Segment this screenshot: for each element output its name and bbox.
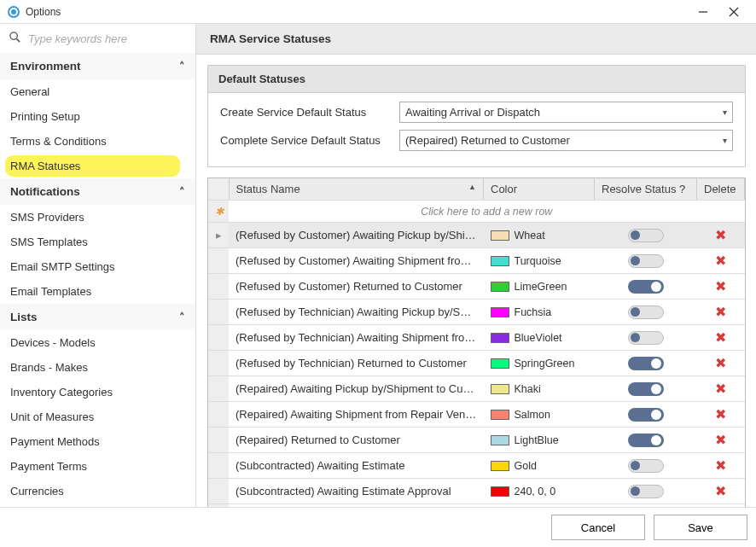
color-swatch[interactable] — [491, 384, 509, 394]
sidebar-item[interactable]: General — [0, 79, 195, 104]
resolve-toggle[interactable] — [628, 382, 664, 396]
sidebar-item[interactable]: Payment Methods — [0, 429, 195, 454]
grid-header-row: Status Name▲ Color Resolve Status ? Dele… — [208, 178, 745, 201]
status-grid: Status Name▲ Color Resolve Status ? Dele… — [207, 177, 746, 507]
table-row[interactable]: (Refused by Customer) Returned to Custom… — [208, 274, 745, 300]
delete-icon[interactable]: ✖ — [715, 356, 726, 370]
table-row[interactable]: (Repaired) Returned to Customer LightBlu… — [208, 428, 745, 453]
table-row[interactable]: (Refused by Technician) Awaiting Shipmen… — [208, 325, 745, 351]
color-swatch[interactable] — [491, 358, 509, 369]
resolve-column-header[interactable]: Resolve Status ? — [595, 178, 697, 201]
sidebar-item[interactable]: Unit of Measures — [0, 404, 195, 429]
color-column-header[interactable]: Color — [484, 178, 595, 201]
resolve-toggle[interactable] — [628, 459, 664, 473]
status-name-cell: (Repaired) Returned to Customer — [236, 434, 477, 446]
search-input[interactable] — [28, 32, 187, 45]
new-row-indicator-icon: ✱ — [208, 201, 229, 223]
color-swatch[interactable] — [491, 486, 509, 497]
sidebar-item[interactable]: Printing Setup — [0, 104, 195, 129]
color-name: LightBlue — [515, 434, 559, 446]
delete-column-header[interactable]: Delete — [697, 178, 745, 201]
color-name: Salmon — [515, 409, 550, 421]
row-indicator-icon — [208, 376, 229, 402]
resolve-toggle[interactable] — [628, 254, 664, 268]
delete-icon[interactable]: ✖ — [715, 407, 726, 422]
chevron-up-icon: ˄ — [179, 185, 185, 198]
table-row[interactable]: (Subcontracted) Awaiting Estimate Approv… — [208, 479, 745, 504]
default-statuses-group: Default Statuses Create Service Default … — [207, 65, 746, 167]
sidebar-item[interactable]: Email Templates — [0, 279, 195, 304]
sidebar-item[interactable]: Payment Terms — [0, 454, 195, 479]
delete-icon[interactable]: ✖ — [715, 381, 726, 396]
row-indicator-icon — [208, 325, 229, 351]
row-indicator-icon — [208, 479, 229, 504]
sidebar-item[interactable]: Terms & Conditions — [0, 129, 195, 154]
sidebar-item[interactable]: RMA Statuses — [0, 154, 195, 178]
sidebar: Environment˄GeneralPrinting SetupTerms &… — [0, 24, 196, 507]
delete-icon[interactable]: ✖ — [715, 305, 726, 319]
color-swatch[interactable] — [491, 410, 509, 420]
sidebar-item[interactable]: Inventory Categories — [0, 380, 195, 404]
table-row[interactable]: (Refused by Technician) Returned to Cust… — [208, 351, 745, 376]
sidebar-item[interactable]: SMS Providers — [0, 205, 195, 230]
complete-default-select[interactable]: (Repaired) Returned to Customer▾ — [399, 130, 733, 151]
create-default-label: Create Service Default Status — [220, 106, 391, 119]
cancel-button[interactable]: Cancel — [551, 515, 645, 540]
table-row[interactable]: (Refused by Customer) Awaiting Shipment … — [208, 248, 745, 274]
row-indicator-icon — [208, 274, 229, 300]
color-name: LimeGreen — [515, 281, 567, 293]
delete-icon[interactable]: ✖ — [715, 279, 726, 294]
resolve-toggle[interactable] — [628, 306, 664, 319]
status-name-column-header[interactable]: Status Name▲ — [229, 178, 484, 201]
resolve-toggle[interactable] — [628, 280, 664, 294]
table-row[interactable]: (Repaired) Awaiting Shipment from Repair… — [208, 402, 745, 428]
sidebar-group-header[interactable]: Environment˄ — [0, 53, 195, 79]
close-button[interactable] — [718, 2, 749, 22]
sidebar-item[interactable]: Devices - Models — [0, 330, 195, 355]
status-name-cell: (Repaired) Awaiting Pickup by/Shipment t… — [236, 382, 477, 395]
table-row[interactable]: (Refused by Technician) Awaiting Pickup … — [208, 300, 745, 325]
minimize-button[interactable] — [688, 2, 718, 22]
color-swatch[interactable] — [491, 333, 509, 343]
table-row[interactable]: ▸ (Refused by Customer) Awaiting Pickup … — [208, 223, 745, 248]
sidebar-item[interactable]: Email SMTP Settings — [0, 254, 195, 279]
table-row[interactable]: (Repaired) Awaiting Pickup by/Shipment t… — [208, 376, 745, 402]
color-name: Wheat — [515, 230, 545, 241]
page-title: RMA Service Statuses — [196, 24, 756, 55]
delete-icon[interactable]: ✖ — [715, 458, 726, 473]
delete-icon[interactable]: ✖ — [715, 433, 726, 447]
row-indicator-icon — [208, 428, 229, 453]
sidebar-group-header[interactable]: Notifications˄ — [0, 178, 195, 205]
delete-icon[interactable]: ✖ — [715, 253, 726, 268]
color-swatch[interactable] — [491, 230, 509, 241]
create-default-select[interactable]: Awaiting Arrival or Dispatch▾ — [399, 102, 733, 123]
sidebar-item[interactable]: Brands - Makes — [0, 355, 195, 380]
color-swatch[interactable] — [491, 435, 509, 445]
color-swatch[interactable] — [491, 461, 509, 471]
color-swatch[interactable] — [491, 307, 509, 317]
row-indicator-icon — [208, 453, 229, 479]
sidebar-item[interactable]: Fault Codes — [0, 503, 195, 507]
save-button[interactable]: Save — [654, 515, 747, 540]
row-indicator-icon — [208, 300, 229, 325]
group-heading: Default Statuses — [208, 66, 745, 93]
resolve-toggle[interactable] — [628, 485, 664, 498]
row-indicator-icon — [208, 402, 229, 428]
resolve-toggle[interactable] — [628, 408, 664, 422]
new-row-placeholder: Click here to add a new row — [229, 201, 745, 223]
sidebar-group-header[interactable]: Lists˄ — [0, 304, 195, 330]
resolve-toggle[interactable] — [628, 434, 664, 447]
status-name-cell: (Subcontracted) Awaiting Estimate Approv… — [236, 485, 477, 498]
new-row[interactable]: ✱Click here to add a new row — [208, 201, 745, 223]
table-row[interactable]: (Subcontracted) Awaiting Estimate Gold ✖ — [208, 453, 745, 479]
resolve-toggle[interactable] — [628, 229, 664, 242]
resolve-toggle[interactable] — [628, 331, 664, 345]
delete-icon[interactable]: ✖ — [715, 484, 726, 498]
color-swatch[interactable] — [491, 282, 509, 292]
sidebar-item[interactable]: Currencies — [0, 479, 195, 503]
sidebar-item[interactable]: SMS Templates — [0, 230, 195, 254]
color-swatch[interactable] — [491, 256, 509, 266]
delete-icon[interactable]: ✖ — [715, 228, 726, 242]
delete-icon[interactable]: ✖ — [715, 330, 726, 345]
resolve-toggle[interactable] — [628, 357, 664, 370]
